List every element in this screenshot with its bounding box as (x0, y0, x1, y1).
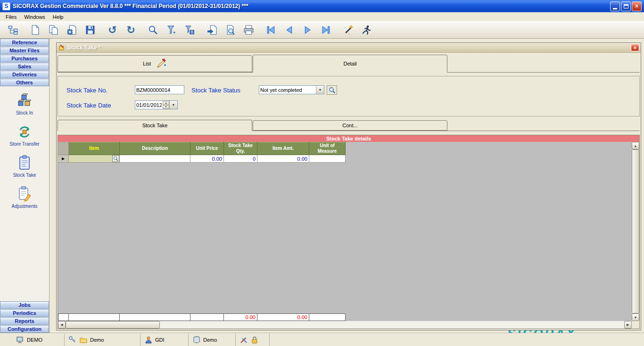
status-dropdown-button[interactable]: ▼ (316, 86, 324, 94)
document-close-icon: × (634, 45, 636, 50)
org-chart-icon[interactable] (4, 23, 22, 37)
sidebar-group-reports[interactable]: Reports (0, 317, 49, 325)
cell-unit-of-measure[interactable] (309, 155, 346, 163)
save-icon[interactable] (81, 23, 99, 37)
sidebar-group-periodics[interactable]: Periodics (0, 309, 49, 317)
stock-take-status-value[interactable] (259, 86, 316, 94)
cell-item-amt[interactable]: 0.00 (257, 155, 309, 163)
sidebar-group-deliveries[interactable]: Deliveries (0, 71, 49, 78)
total-selector-cell (58, 313, 69, 321)
scroll-left-icon: ◀ (60, 323, 63, 327)
row-selector[interactable]: ▶ (58, 155, 69, 163)
scroll-right-icon: ▶ (627, 323, 629, 327)
previous-record-icon[interactable] (280, 23, 298, 37)
grid-banner: Stock Take details (58, 135, 639, 142)
sidebar-group-master-files[interactable]: Master Files (0, 47, 49, 54)
col-header-unit-of-measure[interactable]: Unit of Measure (309, 142, 346, 155)
statusbar-user: GDI (140, 334, 189, 346)
sidebar-item-stock-in[interactable]: Stock In (0, 92, 49, 115)
print-preview-icon[interactable] (221, 23, 239, 37)
scroll-up-button[interactable]: ▲ (632, 142, 639, 149)
scroll-down-button[interactable]: ▼ (632, 313, 639, 321)
col-header-description[interactable]: Description (120, 142, 190, 155)
col-header-stock-take-qty[interactable]: Stock Take Qty. (224, 142, 257, 155)
date-spin-down-button[interactable]: ▼ (163, 105, 169, 109)
run-icon[interactable] (357, 23, 376, 37)
col-header-item[interactable]: Item (69, 142, 120, 155)
spin-up-icon: ▲ (165, 102, 167, 104)
menubar: Files Windows Help (0, 12, 644, 21)
total-uom-cell (309, 313, 346, 321)
document-title: Stock Take * (67, 44, 100, 51)
sidebar-item-adjustments[interactable]: Adjustments (0, 186, 49, 209)
status-lookup-button[interactable] (327, 85, 337, 95)
sidebar-group-sales[interactable]: Sales (0, 63, 49, 70)
next-record-icon[interactable] (298, 23, 317, 37)
undo-icon[interactable]: ↺ (103, 23, 122, 37)
subtab-cont[interactable]: Cont... (253, 120, 447, 131)
menu-windows[interactable]: Windows (20, 13, 49, 21)
stock-take-date-field[interactable]: ▲ ▼ ▼ (135, 100, 178, 109)
select-document-icon[interactable] (63, 23, 81, 37)
tab-list[interactable]: List (58, 55, 252, 72)
sidebar-item-store-transfer[interactable]: Store Transfer (0, 124, 49, 147)
sidebar-group-purchases[interactable]: Purchases (0, 55, 49, 62)
statusbar-company: DEMO (0, 334, 65, 346)
copy-icon[interactable] (44, 23, 63, 37)
total-unit-price-cell (190, 313, 224, 321)
import-icon[interactable] (203, 23, 221, 37)
sidebar-group-configuration[interactable]: Configuration (0, 325, 49, 333)
lookup-magnifier-icon (329, 87, 336, 94)
last-record-icon[interactable] (317, 23, 335, 37)
horizontal-scroll-thumb[interactable] (66, 321, 160, 329)
col-header-item-amt[interactable]: Item Amt. (257, 142, 309, 155)
sidebar-item-stock-take[interactable]: Stock Take (0, 155, 49, 178)
stock-take-details-panel: Stock Take details Item Description Unit… (58, 135, 640, 329)
filter-by-column-icon[interactable]: B (181, 23, 199, 37)
row-pointer-icon: ▶ (62, 157, 65, 161)
date-dropdown-button[interactable]: ▼ (169, 101, 177, 109)
stock-take-status-combo[interactable]: ▼ (259, 85, 324, 94)
subtab-stock-take[interactable]: Stock Take (58, 120, 252, 131)
document-close-button[interactable]: × (631, 44, 639, 51)
refresh-icon[interactable]: ↻ (122, 23, 140, 37)
stock-take-icon (16, 155, 33, 172)
stock-take-date-input[interactable] (135, 101, 163, 109)
database-icon (192, 336, 201, 344)
sidebar-group-jobs[interactable]: Jobs (0, 301, 49, 309)
date-spin-up-button[interactable]: ▲ (163, 101, 169, 105)
sidebar-item-label: Store Transfer (9, 141, 39, 147)
print-icon[interactable] (239, 23, 258, 37)
keys-icon (68, 336, 77, 344)
first-record-icon[interactable] (262, 23, 280, 37)
app-icon-letter: S (4, 3, 8, 9)
wizard-icon[interactable] (339, 23, 357, 37)
tab-detail[interactable]: Detail (253, 55, 447, 73)
search-icon[interactable] (144, 23, 162, 37)
sidebar-item-label: Stock In (16, 110, 33, 115)
cell-item[interactable] (69, 155, 120, 163)
cell-description[interactable] (120, 155, 190, 163)
col-header-unit-price[interactable]: Unit Price (190, 142, 224, 155)
menu-files[interactable]: Files (2, 13, 20, 21)
cell-stock-take-qty[interactable]: 0 (224, 155, 257, 163)
dropdown-arrow-icon: ▼ (172, 103, 175, 107)
vertical-scroll-thumb[interactable] (632, 149, 639, 313)
maximize-button[interactable] (621, 1, 631, 11)
horizontal-scrollbar[interactable]: ◀ ▶ (58, 321, 632, 329)
header-form: Stock Take No. Stock Take Status ▼ Stock… (58, 76, 640, 116)
vertical-scrollbar[interactable]: ▲ ▼ (632, 142, 639, 321)
new-document-icon[interactable] (26, 23, 44, 37)
menu-help[interactable]: Help (49, 13, 67, 21)
minimize-button[interactable] (610, 1, 620, 11)
tab-detail-label: Detail (343, 61, 356, 66)
cell-unit-price[interactable]: 0.00 (190, 155, 224, 163)
scroll-right-button[interactable]: ▶ (624, 321, 632, 329)
scroll-left-button[interactable]: ◀ (58, 321, 66, 329)
stock-take-no-input[interactable] (135, 85, 184, 94)
sidebar-group-others[interactable]: Others (0, 79, 49, 86)
close-button[interactable]: × (632, 1, 642, 11)
sidebar-group-reference[interactable]: Reference (0, 39, 49, 46)
filter-icon[interactable] (162, 23, 181, 37)
item-lookup-button[interactable] (112, 155, 119, 162)
